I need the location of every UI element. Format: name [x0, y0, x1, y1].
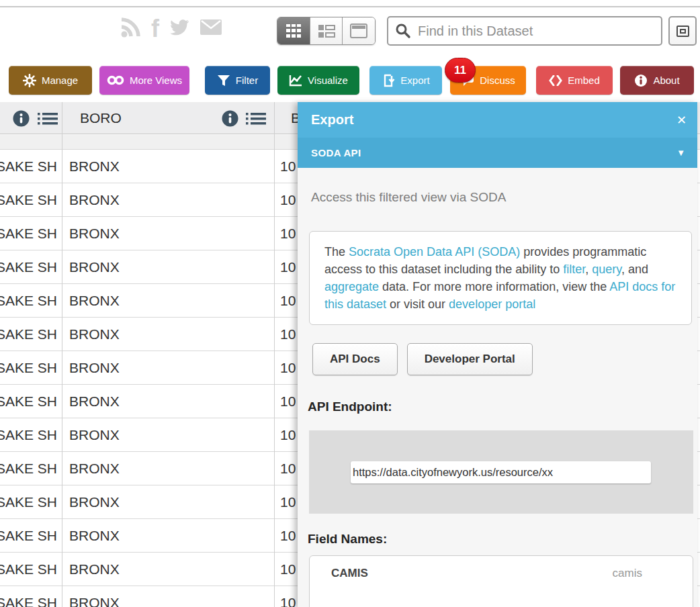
api-endpoint-input[interactable]	[351, 461, 651, 483]
cell-dba[interactable]: SAKE SH	[0, 519, 57, 552]
visualize-label: Visualize	[308, 75, 348, 86]
rich-list-view-toggle[interactable]	[310, 17, 343, 44]
aggregate-link[interactable]: aggregate	[324, 280, 379, 293]
cell-boro[interactable]: BRONX	[69, 586, 120, 607]
page-view-toggle[interactable]	[343, 17, 375, 44]
column-menu-icon[interactable]	[246, 112, 266, 128]
cell-dba[interactable]: SAKE SH	[0, 485, 57, 518]
soda-subtitle: Access this filtered view via SODA	[311, 190, 697, 205]
developer-portal-link[interactable]: developer portal	[449, 297, 535, 311]
export-panel: Export ✕ SODA API ▼ Access this filtered…	[298, 102, 697, 607]
cell-building[interactable]: 10	[280, 519, 296, 552]
cell-boro[interactable]: BRONX	[69, 351, 120, 384]
fullscreen-button[interactable]	[668, 16, 697, 46]
grid-view-toggle[interactable]	[277, 17, 310, 44]
info-icon	[634, 74, 648, 87]
page-view-icon	[350, 24, 367, 38]
cell-boro[interactable]: BRONX	[69, 183, 120, 216]
visualize-button[interactable]: Visualize	[277, 66, 359, 95]
cell-building[interactable]: 10	[280, 183, 296, 216]
filter-funnel-icon	[217, 75, 230, 87]
rss-icon[interactable]	[120, 16, 142, 41]
field-names-label: Field Names:	[308, 532, 697, 547]
dataset-page: f	[0, 0, 700, 607]
description-text: ,	[585, 263, 592, 276]
export-label: Export	[400, 75, 429, 86]
search-input[interactable]	[418, 24, 654, 39]
cell-boro[interactable]: BRONX	[69, 250, 120, 283]
cell-building[interactable]: 10	[280, 418, 296, 451]
cell-boro[interactable]: BRONX	[69, 217, 120, 250]
chart-icon	[289, 75, 302, 87]
grid-view-icon	[286, 24, 302, 38]
social-share-bar: f	[120, 16, 222, 41]
about-button[interactable]: About	[620, 66, 694, 95]
embed-label: Embed	[568, 75, 600, 86]
export-download-icon	[382, 74, 395, 87]
cell-building[interactable]: 10	[280, 150, 296, 183]
more-views-button[interactable]: More Views	[99, 66, 189, 95]
facebook-icon[interactable]: f	[151, 17, 159, 40]
cell-boro[interactable]: BRONX	[69, 553, 120, 586]
manage-label: Manage	[42, 75, 78, 86]
cell-dba[interactable]: SAKE SH	[0, 385, 57, 418]
twitter-icon[interactable]	[169, 18, 190, 40]
cell-building[interactable]: 10	[280, 385, 296, 418]
cell-dba[interactable]: SAKE SH	[0, 418, 57, 451]
cell-building[interactable]: 10	[280, 553, 296, 586]
cell-dba[interactable]: SAKE SH	[0, 250, 57, 283]
cell-boro[interactable]: BRONX	[69, 150, 120, 183]
chevron-down-icon[interactable]: ▼	[676, 148, 685, 158]
column-divider	[62, 102, 62, 607]
cell-dba[interactable]: SAKE SH	[0, 452, 57, 485]
cell-building[interactable]: 10	[280, 318, 296, 351]
embed-button[interactable]: Embed	[536, 66, 613, 95]
cell-boro[interactable]: BRONX	[69, 452, 120, 485]
soda-api-section-header[interactable]: SODA API ▼	[298, 138, 697, 168]
cell-boro[interactable]: BRONX	[69, 385, 120, 418]
cell-building[interactable]: 10	[280, 217, 296, 250]
description-text: , and	[621, 263, 648, 276]
gear-icon	[23, 74, 36, 87]
cell-boro[interactable]: BRONX	[69, 519, 120, 552]
cell-dba[interactable]: SAKE SH	[0, 217, 57, 250]
column-menu-icon[interactable]	[38, 112, 58, 128]
query-link[interactable]: query	[592, 263, 621, 276]
export-panel-body: Access this filtered view via SODA The S…	[298, 190, 697, 607]
close-icon[interactable]: ✕	[676, 113, 687, 128]
field-display-name: CAMIS	[331, 567, 368, 580]
cell-boro[interactable]: BRONX	[69, 485, 120, 518]
filter-button[interactable]: Filter	[205, 66, 270, 95]
field-name-row: CAMIS camis	[310, 567, 693, 590]
cell-building[interactable]: 10	[280, 485, 296, 518]
soda-description-box: The Socrata Open Data API (SODA) provide…	[309, 231, 692, 325]
binoculars-icon	[107, 75, 124, 85]
cell-dba[interactable]: SAKE SH	[0, 351, 57, 384]
cell-building[interactable]: 10	[280, 586, 296, 607]
export-panel-header: Export ✕	[298, 102, 697, 138]
cell-building[interactable]: 10	[280, 250, 296, 283]
filter-label: Filter	[236, 75, 258, 86]
cell-dba[interactable]: SAKE SH	[0, 150, 57, 183]
cell-dba[interactable]: SAKE SH	[0, 586, 57, 607]
cell-boro[interactable]: BRONX	[69, 318, 120, 351]
cell-building[interactable]: 10	[280, 351, 296, 384]
cell-building[interactable]: 10	[280, 284, 296, 317]
cell-boro[interactable]: BRONX	[69, 284, 120, 317]
email-icon[interactable]	[200, 19, 222, 38]
export-button[interactable]: Export	[369, 66, 442, 95]
manage-button[interactable]: Manage	[9, 66, 92, 95]
cell-dba[interactable]: SAKE SH	[0, 183, 57, 216]
cell-dba[interactable]: SAKE SH	[0, 553, 57, 586]
column-info-icon[interactable]	[13, 110, 30, 130]
cell-dba[interactable]: SAKE SH	[0, 318, 57, 351]
cell-dba[interactable]: SAKE SH	[0, 284, 57, 317]
filter-link[interactable]: filter	[563, 263, 585, 276]
column-header-boro[interactable]: BORO	[80, 102, 122, 134]
developer-portal-button[interactable]: Developer Portal	[407, 343, 533, 375]
cell-boro[interactable]: BRONX	[69, 418, 120, 451]
api-docs-button[interactable]: API Docs	[312, 343, 398, 375]
column-info-icon[interactable]	[222, 110, 238, 130]
cell-building[interactable]: 10	[280, 452, 296, 485]
soda-link[interactable]: Socrata Open Data API (SODA)	[349, 245, 520, 259]
